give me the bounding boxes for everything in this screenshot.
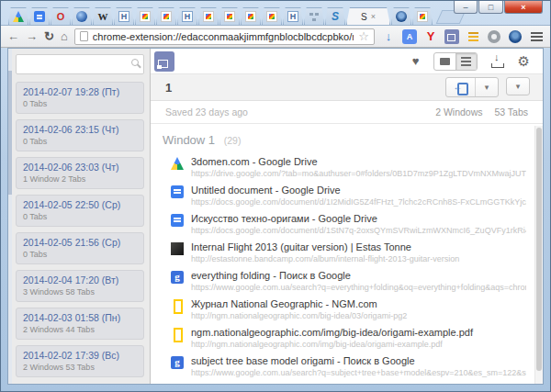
tab-item-title[interactable]: Untitled document - Google Drive	[191, 185, 526, 196]
session-counts: 2 Windows 44 Tabs	[23, 325, 137, 334]
google-drive-icon	[13, 11, 24, 22]
session-buddy-logo	[154, 51, 174, 72]
saved-tab-item[interactable]: Internal Flight 2013 (guitar version) | …	[163, 241, 526, 263]
tab-item-title[interactable]: ngm.nationalgeographic.com/img/big-idea/…	[191, 327, 526, 338]
scrollbar-thumb[interactable]	[536, 128, 542, 371]
browser-tab[interactable]: H	[114, 7, 134, 25]
google-images-icon	[140, 11, 151, 22]
speed-dial-extension-icon[interactable]	[466, 29, 480, 44]
browser-tab[interactable]: O	[51, 7, 71, 25]
album-art-icon	[171, 242, 184, 255]
hide-sessions-link[interactable]: Hide 23 sessions ▴	[16, 383, 144, 384]
tab-item-title[interactable]: 3domen.com - Google Drive	[191, 156, 526, 167]
session-counts: 2 Windows 53 Tabs	[23, 363, 137, 372]
restore-session-button[interactable]	[446, 78, 476, 96]
url-text[interactable]: chrome-extension://edacconmaakjimmfgnblo…	[93, 31, 354, 42]
session-list-item[interactable]: 2014-02-02 17:39 (Вс) 2 Windows 53 Tabs	[16, 345, 144, 377]
back-button[interactable]: ←	[7, 30, 19, 42]
tab-item-url: https://drive.google.com/?tab=mo&authuse…	[191, 169, 526, 178]
tab-strip: O W H H H S S ×	[8, 7, 463, 25]
window-titlebar: – □ × O W H H H S S ×	[1, 1, 550, 25]
restore-options-caret[interactable]: ▾	[476, 78, 498, 96]
more-actions-caret[interactable]: ▾	[506, 77, 530, 95]
browser-tab[interactable]: H	[283, 7, 303, 25]
session-list-item[interactable]: 2014-02-04 17:20 (Вт) 3 Windows 58 Tabs	[16, 270, 144, 302]
browser-tab[interactable]	[72, 7, 92, 25]
session-meta-bar: Saved 23 days ago 2 Windows 53 Tabs	[151, 101, 543, 124]
tab-item-title[interactable]: Журнал National Geographic - NGM.com	[191, 298, 526, 309]
window-minimize-button[interactable]: –	[454, 1, 478, 14]
browser-tab[interactable]	[241, 7, 261, 25]
wikipedia-icon: W	[97, 11, 108, 22]
window-close-button[interactable]: ×	[504, 1, 543, 14]
browser-tab[interactable]	[135, 7, 155, 25]
saved-tab-item[interactable]: Журнал National Geographic - NGM.com htt…	[163, 298, 526, 320]
session-search-input[interactable]	[16, 54, 144, 74]
card-view-icon	[440, 58, 450, 65]
reload-button[interactable]: ↻	[44, 30, 54, 42]
google-images-icon	[161, 11, 172, 22]
browser-window: – □ × O W H H H S S ×	[0, 0, 551, 392]
main-scrollbar[interactable]	[534, 126, 543, 384]
address-bar[interactable]: chrome-extension://edacconmaakjimmfgnblo…	[74, 28, 375, 45]
saved-tab-item[interactable]: Untitled document - Google Drive https:/…	[163, 185, 526, 207]
extension-toolbar: ♥ ⚙	[151, 49, 543, 73]
forward-button[interactable]: →	[26, 30, 38, 42]
tab-close-icon[interactable]: ×	[371, 12, 376, 21]
browser-tab[interactable]	[156, 7, 176, 25]
browser-tab[interactable]	[412, 7, 433, 25]
session-date: 2014-02-05 22:50 (Ср)	[23, 199, 137, 210]
browser-toolbar: ← → ↻ ⌂ chrome-extension://edacconmaakji…	[1, 25, 550, 48]
session-counts: 0 Tabs	[23, 250, 137, 259]
list-view-button[interactable]	[455, 53, 477, 70]
tab-item-title[interactable]: subject tree base model origami - Поиск …	[191, 355, 526, 366]
habrahabr-icon: H	[118, 11, 129, 22]
session-date: 2014-02-02 17:39 (Вс)	[23, 350, 137, 361]
session-list-item[interactable]: 2014-02-03 01:58 (Пн) 2 Windows 44 Tabs	[16, 308, 144, 340]
translate-extension-icon[interactable]	[402, 29, 417, 44]
browser-tab[interactable]	[391, 7, 411, 25]
yandex-extension-icon[interactable]	[423, 29, 438, 44]
browser-tab-session-buddy[interactable]: S ×	[346, 7, 390, 25]
home-button[interactable]: ⌂	[61, 30, 68, 42]
browser-tab[interactable]	[304, 7, 324, 25]
tab-item-title[interactable]: everything folding - Поиск в Google	[191, 270, 526, 281]
browser-tab[interactable]: S	[325, 7, 345, 25]
browser-tab[interactable]: W	[93, 7, 113, 25]
session-title-bar: 1 ▾ ▾	[151, 73, 543, 101]
session-list-item[interactable]: 2014-02-06 23:03 (Чт) 1 Window 2 Tabs	[16, 157, 144, 189]
tab-item-url: https://docs.google.com/document/d/1StN7…	[191, 226, 526, 235]
session-list-item[interactable]: 2014-02-06 23:15 (Чт) 0 Tabs	[16, 119, 144, 151]
session-list-item[interactable]: 2014-02-07 19:28 (Пт) 0 Tabs	[16, 82, 144, 114]
bookmark-star-icon[interactable]: ☆	[358, 29, 369, 43]
tab-item-url: http://estastonne.bandcamp.com/album/int…	[191, 254, 526, 263]
gray-circle-extension-icon[interactable]	[488, 30, 500, 43]
saved-tab-item[interactable]: 3domen.com - Google Drive https://drive.…	[163, 156, 526, 178]
export-icon[interactable]	[491, 55, 504, 68]
saved-tab-item[interactable]: g subject tree base model origami - Поис…	[163, 355, 526, 377]
browser-tab[interactable]	[29, 7, 50, 25]
window-group-label[interactable]: Window 1	[163, 133, 215, 147]
browser-tab[interactable]	[219, 7, 240, 25]
chrome-menu-icon[interactable]	[529, 29, 544, 44]
window-maximize-button[interactable]: □	[478, 1, 503, 14]
browser-tab[interactable]: H	[177, 7, 197, 25]
session-list-item[interactable]: 2014-02-05 21:56 (Ср) 0 Tabs	[16, 232, 144, 264]
browser-tab[interactable]	[198, 7, 219, 25]
browser-tab[interactable]	[262, 7, 282, 25]
session-counts: 0 Tabs	[23, 99, 137, 108]
tab-item-title[interactable]: Internal Flight 2013 (guitar version) | …	[191, 241, 526, 252]
browser-tab[interactable]	[8, 7, 28, 25]
gear-icon[interactable]: ⚙	[518, 54, 530, 68]
card-view-button[interactable]	[434, 53, 455, 70]
dark-blue-extension-icon[interactable]	[509, 30, 522, 43]
saved-tab-item[interactable]: g everything folding - Поиск в Google ht…	[163, 270, 526, 292]
download-extension-icon[interactable]	[381, 29, 396, 44]
sidebar-scrollbar[interactable]	[8, 49, 12, 384]
session-list-item[interactable]: 2014-02-05 22:50 (Ср) 0 Tabs	[16, 195, 144, 227]
tab-item-title[interactable]: Искусство техно-оригами - Google Drive	[191, 213, 526, 224]
saved-tab-item[interactable]: Искусство техно-оригами - Google Drive h…	[163, 213, 526, 235]
saved-tab-item[interactable]: ngm.nationalgeographic.com/img/big-idea/…	[163, 327, 526, 349]
favorites-heart-icon[interactable]: ♥	[412, 54, 420, 68]
session-buddy-extension-icon[interactable]	[444, 29, 459, 44]
